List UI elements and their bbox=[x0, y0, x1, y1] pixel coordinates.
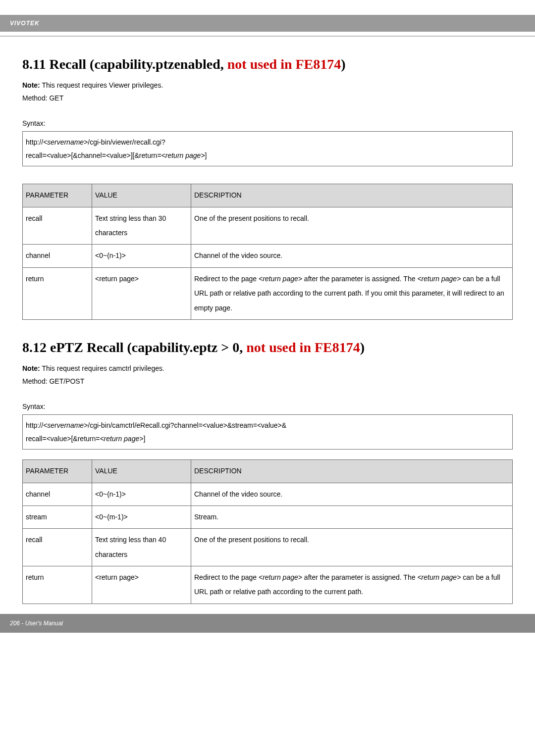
heading-text: 8.12 ePTZ Recall (capability.eptz > 0, bbox=[22, 340, 246, 355]
syntax-text: recall=<value>[&return= bbox=[26, 435, 100, 443]
syntax-label-811: Syntax: bbox=[22, 119, 513, 127]
syntax-text-italic: <return page> bbox=[100, 435, 143, 443]
header-brand-bar: VIVOTEK bbox=[0, 15, 535, 32]
desc-italic: <return page> bbox=[259, 573, 302, 581]
desc-italic: <return page> bbox=[259, 275, 302, 283]
table-header-row: PARAMETER VALUE DESCRIPTION bbox=[23, 460, 513, 483]
desc-italic: <return page> bbox=[417, 573, 461, 581]
cell-param: stream bbox=[23, 505, 92, 528]
syntax-text: ] bbox=[143, 435, 145, 443]
th-description: DESCRIPTION bbox=[191, 460, 513, 483]
th-value: VALUE bbox=[92, 460, 191, 483]
syntax-box-812: http://<servername>/cgi-bin/camctrl/eRec… bbox=[22, 414, 513, 450]
heading-red: not used in FE8174 bbox=[246, 340, 360, 355]
desc-text: after the parameter is assigned. The bbox=[302, 275, 417, 283]
syntax-text-italic: <servername> bbox=[43, 138, 88, 146]
table-row: stream <0~(m-1)> Stream. bbox=[23, 505, 513, 528]
footer-bar: 206 - User's Manual bbox=[0, 614, 535, 633]
cell-value: <return page> bbox=[92, 566, 191, 604]
section-heading-812: 8.12 ePTZ Recall (capability.eptz > 0, n… bbox=[22, 340, 513, 355]
note-812: Note: This request requires camctrl priv… bbox=[22, 364, 513, 372]
syntax-label-812: Syntax: bbox=[22, 403, 513, 410]
note-label: Note: bbox=[22, 81, 40, 89]
heading-suffix: ) bbox=[341, 56, 345, 72]
cell-value: Text string less than 40 characters bbox=[92, 529, 191, 566]
cell-value: <return page> bbox=[92, 267, 191, 319]
note-text: This request requires camctrl privileges… bbox=[40, 364, 164, 372]
syntax-text-italic: <return page> bbox=[161, 151, 205, 159]
table-row: recall Text string less than 30 characte… bbox=[23, 207, 513, 245]
cell-desc: Redirect to the page <return page> after… bbox=[191, 267, 513, 319]
cell-value: <0~(n-1)> bbox=[92, 245, 191, 267]
th-parameter: PARAMETER bbox=[23, 460, 92, 483]
cell-desc: Stream. bbox=[191, 505, 513, 528]
cell-value: <0~(m-1)> bbox=[92, 505, 191, 528]
cell-param: channel bbox=[23, 483, 92, 505]
cell-desc: Channel of the video source. bbox=[191, 483, 513, 505]
cell-value: Text string less than 30 characters bbox=[92, 207, 191, 245]
param-table-811: PARAMETER VALUE DESCRIPTION recall Text … bbox=[22, 184, 513, 320]
heading-suffix: ) bbox=[360, 340, 365, 355]
section-heading-811: 8.11 Recall (capability.ptzenabled, not … bbox=[22, 56, 513, 72]
table-row: channel <0~(n-1)> Channel of the video s… bbox=[23, 245, 513, 267]
header-divider bbox=[0, 36, 535, 37]
method-811: Method: GET bbox=[22, 94, 513, 102]
brand-text: VIVOTEK bbox=[10, 20, 40, 27]
cell-desc: One of the present positions to recall. bbox=[191, 529, 513, 566]
syntax-text: /cgi-bin/camctrl/eRecall.cgi?channel=<va… bbox=[88, 421, 286, 429]
desc-text: after the parameter is assigned. The bbox=[302, 573, 417, 581]
cell-desc: One of the present positions to recall. bbox=[191, 207, 513, 245]
syntax-box-811: http://<servername>/cgi-bin/viewer/recal… bbox=[22, 131, 513, 166]
note-811: Note: This request requires Viewer privi… bbox=[22, 81, 513, 89]
param-table-812: PARAMETER VALUE DESCRIPTION channel <0~(… bbox=[22, 459, 513, 604]
table-header-row: PARAMETER VALUE DESCRIPTION bbox=[23, 184, 513, 207]
th-parameter: PARAMETER bbox=[23, 184, 92, 207]
note-text: This request requires Viewer privileges. bbox=[40, 81, 163, 89]
syntax-text: ] bbox=[205, 151, 207, 159]
cell-desc: Redirect to the page <return page> after… bbox=[191, 566, 513, 604]
syntax-text-italic: <servername> bbox=[43, 421, 88, 429]
cell-param: recall bbox=[23, 529, 92, 566]
table-row: return <return page> Redirect to the pag… bbox=[23, 267, 513, 319]
method-812: Method: GET/POST bbox=[22, 377, 513, 385]
syntax-text: http:// bbox=[26, 421, 43, 429]
heading-text: 8.11 Recall (capability.ptzenabled, bbox=[22, 56, 227, 72]
note-label: Note: bbox=[22, 364, 40, 372]
th-description: DESCRIPTION bbox=[191, 184, 513, 207]
syntax-text: /cgi-bin/viewer/recall.cgi? bbox=[88, 138, 165, 146]
cell-desc: Channel of the video source. bbox=[191, 245, 513, 267]
desc-text: Redirect to the page bbox=[194, 573, 259, 581]
cell-param: recall bbox=[23, 207, 92, 245]
footer-text: 206 - User's Manual bbox=[10, 620, 63, 627]
th-value: VALUE bbox=[92, 184, 191, 207]
cell-param: channel bbox=[23, 245, 92, 267]
cell-param: return bbox=[23, 267, 92, 319]
desc-text: Redirect to the page bbox=[194, 275, 259, 283]
table-row: return <return page> Redirect to the pag… bbox=[23, 566, 513, 604]
table-row: recall Text string less than 40 characte… bbox=[23, 529, 513, 566]
cell-value: <0~(n-1)> bbox=[92, 483, 191, 505]
heading-red: not used in FE8174 bbox=[227, 56, 341, 72]
syntax-text: http:// bbox=[26, 138, 43, 146]
syntax-text: recall=<value>[&channel=<value>][&return… bbox=[26, 151, 161, 159]
desc-italic: <return page> bbox=[417, 275, 461, 283]
table-row: channel <0~(n-1)> Channel of the video s… bbox=[23, 483, 513, 505]
cell-param: return bbox=[23, 566, 92, 604]
